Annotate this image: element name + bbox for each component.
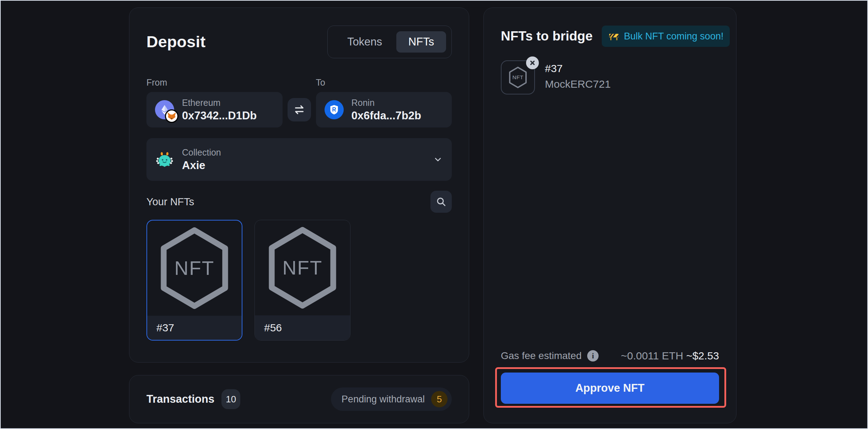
coming-soon-text: Bulk NFT coming soon! (624, 31, 723, 42)
search-icon (435, 196, 447, 207)
ronin-icon: R (325, 100, 344, 119)
bridge-item: NFT #37 MockERC721 (501, 60, 719, 94)
collection-select[interactable]: Collection Axie (146, 138, 452, 181)
transactions-panel: Transactions 10 Pending withdrawal 5 (129, 375, 469, 423)
asset-type-toggle: Tokens NFTs (327, 26, 452, 58)
deposit-panel: Deposit Tokens NFTs From To (129, 7, 469, 363)
collection-value: Axie (182, 159, 221, 172)
to-network-select[interactable]: R Ronin 0x6fda...7b2b (316, 92, 452, 127)
gas-fee-usd: ~$2.53 (686, 350, 719, 362)
bridge-item-thumbnail: NFT (501, 60, 535, 94)
your-nfts-toolbar: Your NFTs (146, 191, 452, 213)
chevron-down-icon (433, 154, 443, 165)
nft-hexagon-icon: NFT (266, 226, 339, 309)
svg-text:R: R (332, 107, 336, 113)
gas-fee-value: ~0.0011 ETH ~$2.53 (621, 350, 719, 362)
gas-fee-eth: ~0.0011 ETH (621, 350, 683, 362)
tab-nfts[interactable]: NFTs (396, 31, 446, 53)
transactions-title: Transactions (146, 393, 214, 406)
from-network-select[interactable]: Ethereum 0x7342...D1Db (146, 92, 283, 127)
collection-label: Collection (182, 147, 221, 158)
nft-hexagon-icon: NFT (158, 227, 231, 310)
bridge-item-name: MockERC721 (545, 78, 611, 90)
deposit-header: Deposit Tokens NFTs (146, 26, 452, 58)
from-address: 0x7342...D1Db (182, 109, 257, 122)
to-address: 0x6fda...7b2b (352, 109, 421, 122)
swap-direction-button[interactable] (288, 98, 311, 121)
nft-card-37[interactable]: NFT #37 (146, 220, 242, 341)
bridge-app: Deposit Tokens NFTs From To (0, 0, 868, 429)
bridge-header: NFTs to bridge Bulk NFT coming soon! (501, 26, 719, 47)
pending-withdrawal-label: Pending withdrawal (342, 394, 425, 405)
bridge-item-id: #37 (545, 63, 611, 75)
approve-area: Approve NFT (501, 373, 719, 404)
route-labels: From To (146, 77, 452, 88)
from-label: From (146, 77, 283, 88)
close-icon (529, 60, 536, 66)
to-label: To (316, 77, 452, 88)
coming-soon-badge: Bulk NFT coming soon! (602, 26, 730, 47)
construction-icon (608, 31, 620, 42)
nft-card-56[interactable]: NFT #56 (254, 220, 350, 341)
bridge-title: NFTs to bridge (501, 29, 593, 44)
route-row: Ethereum 0x7342...D1Db R Ro (146, 92, 452, 127)
search-button[interactable] (430, 191, 452, 213)
pending-withdrawal-button[interactable]: Pending withdrawal 5 (331, 387, 452, 411)
tab-tokens[interactable]: Tokens (333, 31, 396, 53)
nft-grid: NFT #37 NFT #56 (146, 220, 452, 341)
transactions-count-badge: 10 (221, 389, 240, 409)
svg-text:NFT: NFT (175, 257, 215, 279)
nft-card-id: #37 (147, 316, 242, 340)
metamask-icon (165, 109, 178, 123)
gas-fee-row: Gas fee estimated i ~0.0011 ETH ~$2.53 (501, 350, 719, 362)
remove-nft-button[interactable] (526, 56, 539, 69)
page-title: Deposit (146, 33, 205, 51)
swap-arrows-icon (293, 103, 306, 116)
ethereum-icon (155, 100, 174, 119)
bridge-panel: NFTs to bridge Bulk NFT coming soon! NFT (483, 7, 736, 423)
approve-nft-button[interactable]: Approve NFT (501, 373, 719, 404)
svg-text:NFT: NFT (513, 74, 524, 80)
to-network-name: Ronin (352, 98, 421, 108)
nft-hexagon-icon: NFT (508, 66, 527, 88)
axie-icon (155, 150, 174, 169)
svg-text:NFT: NFT (283, 257, 323, 279)
your-nfts-label: Your NFTs (146, 196, 194, 208)
from-network-name: Ethereum (182, 98, 257, 108)
gas-fee-label: Gas fee estimated (501, 350, 582, 362)
pending-count-badge: 5 (431, 391, 448, 407)
nft-card-id: #56 (255, 315, 350, 340)
info-icon[interactable]: i (587, 350, 599, 362)
